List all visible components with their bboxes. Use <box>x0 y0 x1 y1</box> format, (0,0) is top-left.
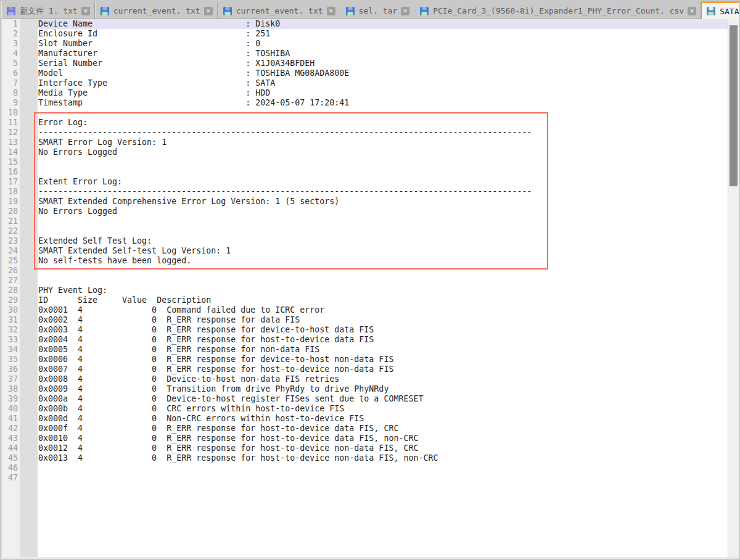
tab-label: current_event. txt <box>113 6 200 15</box>
tab-label: sel. tar <box>359 6 398 15</box>
tab-sata-log[interactable]: SATA_Log✕ <box>701 1 740 19</box>
tab-label: SATA_Log <box>720 7 740 16</box>
tab-current-event-1[interactable]: current_event. txt✕ <box>95 1 218 19</box>
floppy-icon <box>223 6 232 16</box>
log-text[interactable]: Device Name : Disk0 Enclosure Id : 251 S… <box>38 19 728 473</box>
text-area[interactable]: Device Name : Disk0 Enclosure Id : 251 S… <box>38 19 728 557</box>
tab-close-icon[interactable]: ✕ <box>688 7 696 15</box>
tab-close-icon[interactable]: ✕ <box>204 7 213 15</box>
tab-new-file-1[interactable]: 新文件 1. txt✕ <box>1 1 95 19</box>
bookmark-margin <box>20 19 38 557</box>
floppy-icon <box>706 6 716 16</box>
line-numbers: 1 2 3 4 5 6 7 8 9 10 11 12 13 14 15 16 1… <box>1 19 20 557</box>
editor-pane: 1 2 3 4 5 6 7 8 9 10 11 12 13 14 15 16 1… <box>1 19 739 557</box>
floppy-icon <box>419 6 429 16</box>
tab-close-icon[interactable]: ✕ <box>327 7 335 15</box>
vertical-scrollbar[interactable] <box>728 19 739 557</box>
tab-close-icon[interactable]: ✕ <box>81 7 90 15</box>
tab-label: PCIe_Card_3_(9560-8i)_Expander1_PHY_Erro… <box>433 6 684 15</box>
tab-bar: 新文件 1. txt✕current_event. txt✕current_ev… <box>1 1 739 19</box>
floppy-icon <box>100 6 110 16</box>
scrollbar-thumb[interactable] <box>730 25 738 186</box>
tab-close-icon[interactable]: ✕ <box>401 7 409 15</box>
tab-label: 新文件 1. txt <box>20 6 78 17</box>
editor-window: 新文件 1. txt✕current_event. txt✕current_ev… <box>0 0 740 560</box>
tab-label: current_event. txt <box>236 6 323 15</box>
tab-pcie-card-csv[interactable]: PCIe_Card_3_(9560-8i)_Expander1_PHY_Erro… <box>414 1 701 19</box>
floppy-icon <box>6 6 16 16</box>
tab-sel-tar[interactable]: sel. tar✕ <box>340 1 415 19</box>
floppy-icon <box>345 6 355 16</box>
tab-current-event-2[interactable]: current_event. txt✕ <box>218 1 340 19</box>
